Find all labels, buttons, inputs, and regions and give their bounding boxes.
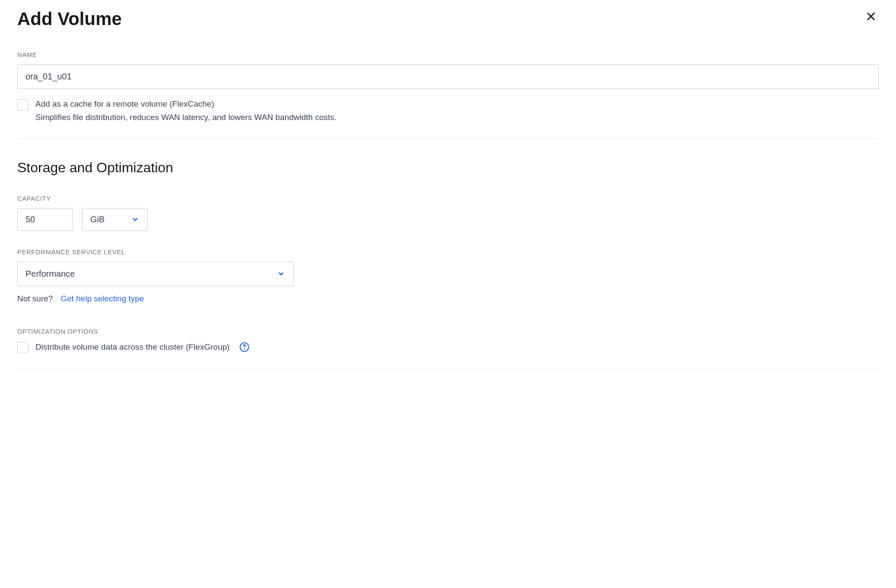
flexcache-sublabel: Simplifies file distribution, reduces WA… (35, 113, 336, 122)
flexcache-row: Add as a cache for a remote volume (Flex… (17, 98, 879, 122)
dialog-title: Add Volume (17, 9, 122, 29)
performance-help-row: Not sure? Get help selecting type (17, 294, 879, 303)
storage-section-title: Storage and Optimization (17, 160, 879, 176)
close-button[interactable] (863, 9, 879, 24)
capacity-row: GiB (17, 208, 879, 231)
performance-label: PERFORMANCE SERVICE LEVEL (17, 248, 879, 256)
flexgroup-checkbox[interactable] (17, 342, 28, 353)
svg-point-1 (244, 348, 245, 349)
optimization-label: OPTIMIZATION OPTIONS (17, 328, 879, 335)
name-input[interactable] (17, 64, 879, 89)
performance-value: Performance (25, 269, 75, 279)
flexcache-text-wrap: Add as a cache for a remote volume (Flex… (35, 98, 336, 122)
chevron-down-icon (277, 269, 285, 278)
name-section: NAME Add as a cache for a remote volume … (17, 51, 879, 122)
close-icon (865, 10, 877, 22)
flexcache-checkbox[interactable] (17, 99, 28, 111)
performance-help-prefix: Not sure? (17, 294, 53, 303)
capacity-unit-value: GiB (90, 215, 104, 224)
chevron-down-icon (131, 215, 139, 224)
storage-section: Storage and Optimization CAPACITY GiB PE… (17, 160, 879, 353)
capacity-label: CAPACITY (17, 195, 879, 202)
flexgroup-row: Distribute volume data across the cluste… (17, 341, 879, 353)
bottom-divider (17, 370, 879, 370)
dialog-header: Add Volume (17, 9, 879, 29)
section-divider (17, 139, 879, 139)
performance-help-link[interactable]: Get help selecting type (60, 294, 144, 303)
flexgroup-help-button[interactable] (239, 342, 250, 352)
performance-select[interactable]: Performance (17, 262, 294, 286)
flexcache-label: Add as a cache for a remote volume (Flex… (35, 98, 336, 110)
name-label: NAME (17, 51, 879, 58)
question-circle-icon (239, 342, 250, 352)
flexgroup-label: Distribute volume data across the cluste… (35, 342, 230, 352)
capacity-input[interactable] (17, 208, 73, 231)
capacity-unit-select[interactable]: GiB (82, 208, 148, 231)
